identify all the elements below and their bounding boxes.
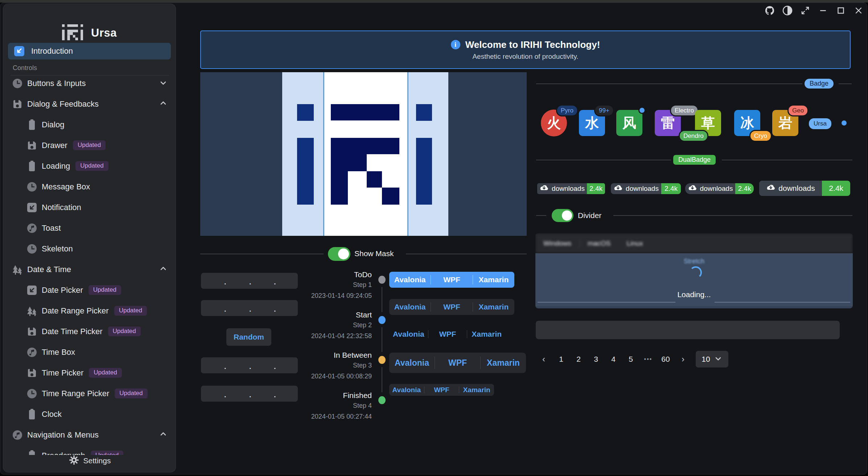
- tab-windows[interactable]: Windows: [535, 239, 579, 247]
- segment-button-wpf[interactable]: WPF: [428, 330, 467, 338]
- segmented-button-group-3: AvaloniaWPFXamarin: [389, 328, 506, 341]
- segment-button-xamarin[interactable]: Xamarin: [473, 275, 514, 284]
- segment-button-xamarin[interactable]: Xamarin: [467, 330, 506, 338]
- segmented-button-group-1: AvaloniaWPFXamarin: [389, 272, 514, 288]
- divider-line: [613, 215, 852, 216]
- sidebar-item-toast[interactable]: Toast: [3, 218, 176, 238]
- segment-button-avalonia[interactable]: Avalonia: [389, 358, 435, 368]
- ipv4-input-4[interactable]: ...: [201, 386, 298, 402]
- sidebar-item-notification[interactable]: Notification: [3, 197, 176, 218]
- pagination-page-2[interactable]: 2: [572, 355, 585, 364]
- clock-icon: [12, 78, 23, 89]
- segment-button-wpf[interactable]: WPF: [424, 386, 459, 394]
- divider-line: [200, 254, 324, 254]
- dual-badge-label: downloads: [552, 185, 585, 193]
- sidebar-item-message-box[interactable]: Message Box: [3, 176, 176, 197]
- sidebar-item-label: Time Box: [42, 348, 75, 357]
- step-number: Step 3: [290, 360, 372, 371]
- sidebar-item-navigation-menus[interactable]: Navigation & Menus: [3, 424, 176, 445]
- maximize-icon[interactable]: [836, 5, 846, 16]
- pagination-ellipsis[interactable]: •••: [642, 356, 654, 362]
- dual-badge-downloads-3: downloads2.4k: [685, 183, 754, 194]
- note-icon: [12, 430, 23, 440]
- sidebar-item-loading[interactable]: LoadingUpdated: [3, 156, 176, 176]
- pagination-page-4[interactable]: 4: [607, 355, 620, 364]
- sidebar-item-clock[interactable]: Clock: [3, 404, 176, 424]
- divider-line: [536, 215, 546, 216]
- sidebar-item-date-time[interactable]: Date & Time: [3, 259, 176, 280]
- show-mask-toggle[interactable]: [328, 247, 350, 261]
- step-title: Finished: [290, 391, 372, 400]
- chevron-up-icon: [159, 99, 168, 109]
- segment-button-xamarin[interactable]: Xamarin: [459, 386, 494, 394]
- sidebar-item-dialog[interactable]: Dialog: [3, 114, 176, 135]
- minimize-icon[interactable]: [818, 5, 828, 16]
- dualbadge-section-pill: DualBadge: [673, 155, 716, 165]
- banner-title: Welcome to IRIHI Technology!: [465, 39, 600, 50]
- sidebar-item-introduction[interactable]: Introduction: [8, 43, 171, 60]
- tab-macos[interactable]: macOS: [580, 239, 618, 247]
- sidebar-item-date-range-picker[interactable]: Date Range PickerUpdated: [3, 300, 176, 321]
- note-icon: [26, 347, 37, 358]
- sidebar-item-label: Date Time Picker: [42, 327, 103, 336]
- step-connector-line: [382, 287, 382, 312]
- irihi-logo-hero-image: [200, 72, 527, 236]
- step-status-dot: [378, 316, 386, 324]
- updated-badge: Updated: [108, 327, 141, 336]
- badge-pill-pyro: Pyro: [557, 106, 577, 115]
- pagination-prev-button[interactable]: ‹: [538, 354, 550, 364]
- sidebar-item-time-range-picker[interactable]: Time Range PickerUpdated: [3, 383, 176, 404]
- page-size-dropdown[interactable]: 10: [696, 351, 728, 368]
- pagination-page-1[interactable]: 1: [555, 355, 567, 364]
- chevron-down-icon: [714, 354, 723, 365]
- sidebar-item-date-time-picker[interactable]: Date Time PickerUpdated: [3, 321, 176, 342]
- titlebar-controls: [765, 5, 864, 16]
- segment-button-avalonia[interactable]: Avalonia: [389, 303, 431, 311]
- segment-button-avalonia[interactable]: Avalonia: [389, 386, 424, 394]
- segment-button-avalonia[interactable]: Avalonia: [389, 275, 431, 284]
- dual-badge-downloads-2: downloads2.4k: [611, 183, 681, 194]
- expand-icon[interactable]: [800, 5, 810, 16]
- theme-toggle-icon[interactable]: [782, 5, 793, 16]
- updated-badge: Updated: [89, 285, 121, 295]
- segment-button-xamarin[interactable]: Xamarin: [481, 358, 526, 368]
- segment-button-avalonia[interactable]: Avalonia: [389, 330, 428, 338]
- pagination-page-5[interactable]: 5: [625, 355, 637, 364]
- pagination-page-3[interactable]: 3: [590, 355, 602, 364]
- tab-linux[interactable]: Linux: [618, 239, 651, 247]
- sidebar-item-dialog-feedbacks[interactable]: Dialog & Feedbacks: [3, 94, 176, 114]
- divider-toggle[interactable]: [552, 209, 573, 222]
- random-button[interactable]: Random: [226, 328, 271, 346]
- sidebar-item-date-picker[interactable]: Date PickerUpdated: [3, 280, 176, 300]
- segmented-button-group-5: AvaloniaWPFXamarin: [389, 384, 494, 396]
- ipv4-input-1[interactable]: ...: [201, 273, 298, 289]
- sidebar-item-label: Date Picker: [42, 286, 83, 295]
- sidebar-item-buttons-inputs[interactable]: Buttons & Inputs: [3, 73, 176, 94]
- sidebar-item-time-box[interactable]: Time Box: [3, 342, 176, 362]
- sidebar-item-drawer[interactable]: DrawerUpdated: [3, 135, 176, 156]
- badge-avatar-3: 风: [616, 110, 642, 136]
- close-icon[interactable]: [853, 5, 864, 16]
- step-status-dot: [378, 396, 386, 404]
- text-input[interactable]: [536, 321, 840, 339]
- divider-line: [839, 83, 852, 84]
- segment-button-wpf[interactable]: WPF: [431, 303, 472, 311]
- ipv4-input-2[interactable]: ...: [201, 300, 298, 316]
- pagination-page-60[interactable]: 60: [659, 355, 672, 364]
- segment-button-wpf[interactable]: WPF: [435, 358, 480, 368]
- badge-section-pill: Badge: [805, 79, 834, 89]
- segment-button-xamarin[interactable]: Xamarin: [473, 303, 514, 311]
- pagination-next-button[interactable]: ›: [677, 354, 689, 364]
- divider-demo-label: Divider: [578, 211, 601, 220]
- floppy-icon: [12, 99, 23, 110]
- step-timestamp: 2024-01-05 00:08:29: [290, 371, 372, 382]
- cloud-download-icon: [613, 184, 623, 193]
- segment-button-wpf[interactable]: WPF: [431, 275, 472, 284]
- sidebar-item-skeleton[interactable]: Skeleton: [3, 238, 176, 259]
- settings-button[interactable]: Settings: [3, 452, 176, 469]
- arrow-square-icon: [26, 202, 37, 213]
- github-icon[interactable]: [765, 5, 775, 16]
- ipv4-input-3[interactable]: ...: [201, 357, 298, 373]
- sidebar-item-time-picker[interactable]: Time PickerUpdated: [3, 362, 176, 383]
- ip-dot-separator: .: [224, 305, 226, 313]
